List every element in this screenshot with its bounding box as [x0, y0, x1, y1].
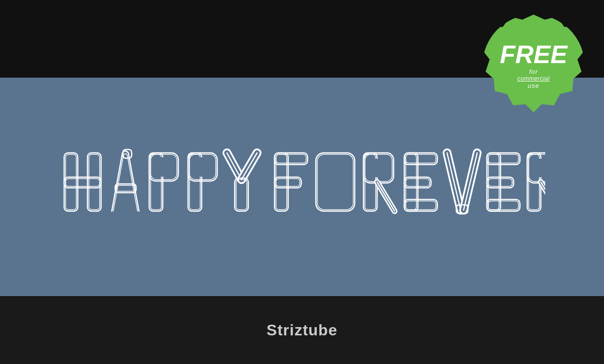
svg-rect-29 [324, 161, 346, 203]
bottom-bar: Striztube [0, 296, 604, 364]
svg-rect-18 [194, 158, 214, 176]
svg-rect-47 [488, 154, 518, 163]
badge-free-text: FREE [500, 42, 568, 67]
svg-rect-0 [64, 153, 78, 211]
top-bar: FREE for commercial use [0, 0, 604, 78]
badge-commercial-text: commercial [518, 75, 550, 82]
svg-rect-24 [276, 154, 306, 163]
svg-rect-38 [406, 154, 436, 163]
svg-rect-56 [535, 159, 545, 177]
svg-rect-51 [488, 201, 518, 210]
badge-for-text: for [529, 68, 538, 75]
font-name-label: Striztube [267, 321, 338, 339]
preview-svg [59, 138, 545, 235]
svg-rect-3 [89, 154, 100, 210]
svg-rect-1 [66, 154, 76, 210]
badge-use-text: use [528, 82, 539, 89]
svg-rect-34 [371, 159, 388, 177]
svg-rect-13 [155, 158, 175, 176]
svg-rect-5 [66, 179, 100, 186]
badge-shape: FREE for commercial use [483, 15, 585, 116]
free-badge[interactable]: FREE for commercial use [483, 15, 585, 116]
svg-rect-2 [87, 153, 101, 211]
svg-rect-20 [236, 180, 247, 210]
svg-rect-7 [117, 185, 135, 191]
svg-rect-42 [406, 201, 436, 210]
